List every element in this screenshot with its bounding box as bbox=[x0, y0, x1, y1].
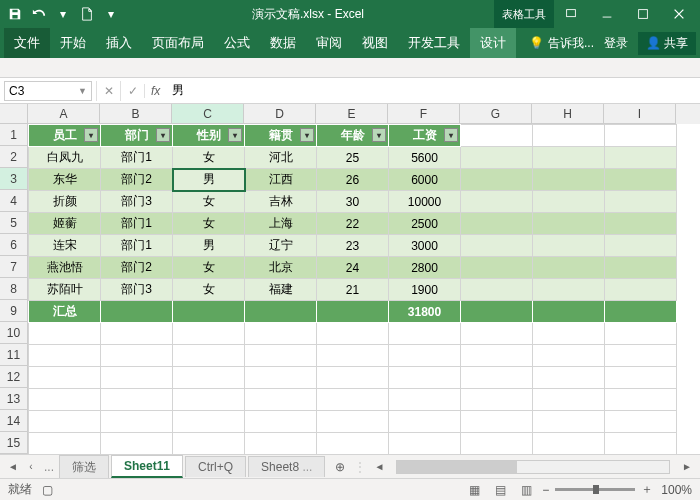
cell[interactable] bbox=[605, 345, 677, 367]
cell[interactable] bbox=[533, 125, 605, 147]
normal-view-icon[interactable]: ▦ bbox=[464, 482, 484, 498]
nav-first-icon[interactable]: ◄ bbox=[4, 458, 22, 476]
cell[interactable]: 31800 bbox=[389, 301, 461, 323]
cell[interactable] bbox=[461, 257, 533, 279]
cell[interactable] bbox=[533, 411, 605, 433]
nav-prev-icon[interactable]: ‹ bbox=[22, 458, 40, 476]
ribbon-tab-数据[interactable]: 数据 bbox=[260, 28, 306, 58]
cell[interactable] bbox=[101, 323, 173, 345]
cell[interactable] bbox=[245, 389, 317, 411]
page-break-view-icon[interactable]: ▥ bbox=[516, 482, 536, 498]
horizontal-scrollbar[interactable] bbox=[396, 460, 670, 474]
cell[interactable] bbox=[173, 301, 245, 323]
col-header-G[interactable]: G bbox=[460, 104, 532, 124]
zoom-in-button[interactable]: ＋ bbox=[641, 481, 653, 498]
cell[interactable] bbox=[461, 235, 533, 257]
cell[interactable]: 江西 bbox=[245, 169, 317, 191]
cell[interactable]: 员工▾ bbox=[29, 125, 101, 147]
cell[interactable] bbox=[389, 433, 461, 455]
col-header-B[interactable]: B bbox=[100, 104, 172, 124]
cell[interactable] bbox=[29, 345, 101, 367]
confirm-icon[interactable]: ✓ bbox=[120, 81, 144, 101]
cell[interactable]: 部门1 bbox=[101, 213, 173, 235]
cell[interactable] bbox=[605, 433, 677, 455]
cell[interactable]: 3000 bbox=[389, 235, 461, 257]
cell[interactable] bbox=[461, 279, 533, 301]
zoom-slider[interactable] bbox=[555, 488, 635, 491]
cell[interactable] bbox=[245, 411, 317, 433]
row-header-5[interactable]: 5 bbox=[0, 212, 28, 234]
cell[interactable] bbox=[317, 323, 389, 345]
minimize-button[interactable] bbox=[590, 0, 624, 28]
cell[interactable]: 23 bbox=[317, 235, 389, 257]
cell[interactable] bbox=[101, 367, 173, 389]
ribbon-tab-设计[interactable]: 设计 bbox=[470, 28, 516, 58]
row-header-10[interactable]: 10 bbox=[0, 322, 28, 344]
cell[interactable]: 汇总 bbox=[29, 301, 101, 323]
cell[interactable] bbox=[173, 367, 245, 389]
cell[interactable] bbox=[461, 323, 533, 345]
save-icon[interactable] bbox=[4, 3, 26, 25]
cell[interactable] bbox=[605, 279, 677, 301]
cell[interactable] bbox=[605, 213, 677, 235]
cell[interactable] bbox=[245, 323, 317, 345]
close-button[interactable] bbox=[662, 0, 696, 28]
cell[interactable]: 24 bbox=[317, 257, 389, 279]
cell[interactable]: 福建 bbox=[245, 279, 317, 301]
sheet-tab-sheet8[interactable]: Sheet8 ... bbox=[248, 456, 325, 477]
filter-dropdown-icon[interactable]: ▾ bbox=[300, 128, 314, 142]
cell[interactable]: 30 bbox=[317, 191, 389, 213]
cell[interactable]: 上海 bbox=[245, 213, 317, 235]
cell[interactable] bbox=[533, 213, 605, 235]
cell[interactable]: 21 bbox=[317, 279, 389, 301]
cell[interactable] bbox=[533, 345, 605, 367]
filter-dropdown-icon[interactable]: ▾ bbox=[156, 128, 170, 142]
sheet-tab-filter[interactable]: 筛选 bbox=[59, 455, 109, 479]
col-header-C[interactable]: C bbox=[172, 104, 244, 124]
ribbon-tab-开发工具[interactable]: 开发工具 bbox=[398, 28, 470, 58]
cell[interactable] bbox=[533, 279, 605, 301]
cell[interactable] bbox=[245, 345, 317, 367]
cell[interactable] bbox=[389, 389, 461, 411]
cell[interactable]: 2800 bbox=[389, 257, 461, 279]
filter-dropdown-icon[interactable]: ▾ bbox=[228, 128, 242, 142]
row-header-14[interactable]: 14 bbox=[0, 410, 28, 432]
cell[interactable]: 部门2 bbox=[101, 169, 173, 191]
col-header-F[interactable]: F bbox=[388, 104, 460, 124]
cell[interactable]: 10000 bbox=[389, 191, 461, 213]
cell[interactable]: 年龄▾ bbox=[317, 125, 389, 147]
cell[interactable] bbox=[461, 191, 533, 213]
col-header-D[interactable]: D bbox=[244, 104, 316, 124]
cell[interactable]: 折颜 bbox=[29, 191, 101, 213]
ribbon-tab-插入[interactable]: 插入 bbox=[96, 28, 142, 58]
col-header-H[interactable]: H bbox=[532, 104, 604, 124]
filter-dropdown-icon[interactable]: ▾ bbox=[84, 128, 98, 142]
col-header-E[interactable]: E bbox=[316, 104, 388, 124]
cell[interactable] bbox=[605, 235, 677, 257]
name-box[interactable]: C3 ▼ bbox=[4, 81, 92, 101]
cell[interactable]: 姬蘅 bbox=[29, 213, 101, 235]
cell[interactable] bbox=[29, 367, 101, 389]
cell[interactable] bbox=[389, 323, 461, 345]
sheet-tab-active[interactable]: Sheet11 bbox=[111, 455, 183, 478]
cell[interactable] bbox=[29, 433, 101, 455]
cell[interactable]: 女 bbox=[173, 213, 245, 235]
cell[interactable] bbox=[605, 147, 677, 169]
cell[interactable]: 5600 bbox=[389, 147, 461, 169]
cell[interactable]: 1900 bbox=[389, 279, 461, 301]
row-header-7[interactable]: 7 bbox=[0, 256, 28, 278]
cell[interactable] bbox=[317, 433, 389, 455]
cell[interactable] bbox=[461, 213, 533, 235]
add-sheet-button[interactable]: ⊕ bbox=[330, 457, 350, 477]
cell[interactable]: 部门1 bbox=[101, 147, 173, 169]
cell[interactable]: 6000 bbox=[389, 169, 461, 191]
cell[interactable] bbox=[605, 411, 677, 433]
sheet-tab-ctrlq[interactable]: Ctrl+Q bbox=[185, 456, 246, 477]
page-layout-view-icon[interactable]: ▤ bbox=[490, 482, 510, 498]
ribbon-tab-开始[interactable]: 开始 bbox=[50, 28, 96, 58]
cell[interactable] bbox=[461, 125, 533, 147]
cell[interactable] bbox=[533, 147, 605, 169]
cell[interactable] bbox=[461, 433, 533, 455]
zoom-level[interactable]: 100% bbox=[661, 483, 692, 497]
cell[interactable] bbox=[461, 301, 533, 323]
